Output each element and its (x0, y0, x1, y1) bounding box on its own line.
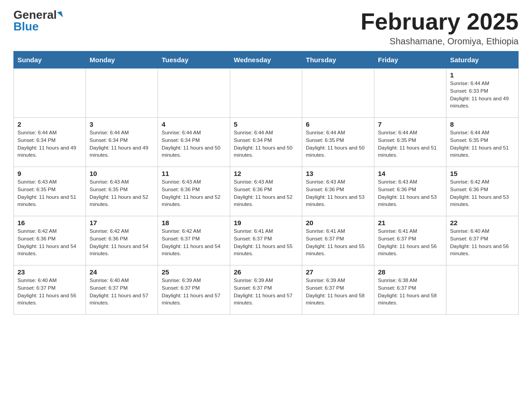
column-header-thursday: Thursday (302, 51, 374, 68)
day-info: Sunrise: 6:39 AMSunset: 6:37 PMDaylight:… (234, 277, 298, 307)
day-info: Sunrise: 6:43 AMSunset: 6:35 PMDaylight:… (17, 178, 82, 208)
calendar-cell: 8Sunrise: 6:44 AMSunset: 6:35 PMDaylight… (446, 118, 519, 167)
day-number: 1 (450, 71, 515, 79)
day-number: 10 (90, 170, 154, 177)
day-info: Sunrise: 6:42 AMSunset: 6:36 PMDaylight:… (17, 227, 82, 257)
calendar-cell: 2Sunrise: 6:44 AMSunset: 6:34 PMDaylight… (14, 118, 86, 167)
calendar-cell: 10Sunrise: 6:43 AMSunset: 6:35 PMDayligh… (86, 167, 158, 216)
day-number: 26 (234, 268, 298, 276)
day-info: Sunrise: 6:44 AMSunset: 6:33 PMDaylight:… (450, 80, 515, 110)
day-number: 19 (234, 219, 298, 227)
calendar-cell (446, 265, 519, 315)
day-number: 13 (306, 170, 370, 177)
calendar-week-row: 16Sunrise: 6:42 AMSunset: 6:36 PMDayligh… (14, 216, 519, 265)
day-number: 23 (17, 268, 82, 276)
day-number: 7 (378, 120, 442, 128)
calendar-week-row: 1Sunrise: 6:44 AMSunset: 6:33 PMDaylight… (14, 68, 519, 118)
calendar-cell: 5Sunrise: 6:44 AMSunset: 6:34 PMDaylight… (230, 118, 302, 167)
day-info: Sunrise: 6:44 AMSunset: 6:35 PMDaylight:… (378, 129, 442, 159)
day-number: 15 (450, 170, 515, 177)
day-info: Sunrise: 6:40 AMSunset: 6:37 PMDaylight:… (450, 227, 515, 257)
calendar-cell: 16Sunrise: 6:42 AMSunset: 6:36 PMDayligh… (14, 216, 86, 265)
location-subtitle: Shashamane, Oromiya, Ethiopia (360, 36, 519, 47)
calendar-cell: 6Sunrise: 6:44 AMSunset: 6:35 PMDaylight… (302, 118, 374, 167)
column-header-monday: Monday (86, 51, 158, 68)
calendar-cell: 25Sunrise: 6:39 AMSunset: 6:37 PMDayligh… (158, 265, 230, 315)
day-number: 9 (17, 170, 82, 177)
calendar-cell: 21Sunrise: 6:41 AMSunset: 6:37 PMDayligh… (374, 216, 446, 265)
day-info: Sunrise: 6:44 AMSunset: 6:35 PMDaylight:… (306, 129, 370, 159)
calendar-cell: 11Sunrise: 6:43 AMSunset: 6:36 PMDayligh… (158, 167, 230, 216)
calendar-cell: 28Sunrise: 6:38 AMSunset: 6:37 PMDayligh… (374, 265, 446, 315)
day-info: Sunrise: 6:44 AMSunset: 6:34 PMDaylight:… (90, 129, 154, 159)
day-info: Sunrise: 6:43 AMSunset: 6:36 PMDaylight:… (306, 178, 370, 208)
day-number: 11 (162, 170, 226, 177)
calendar-cell (86, 68, 158, 118)
calendar-week-row: 2Sunrise: 6:44 AMSunset: 6:34 PMDaylight… (14, 118, 519, 167)
column-header-saturday: Saturday (446, 51, 519, 68)
calendar-week-row: 9Sunrise: 6:43 AMSunset: 6:35 PMDaylight… (14, 167, 519, 216)
logo-blue-text: Blue (13, 21, 39, 32)
calendar-cell: 12Sunrise: 6:43 AMSunset: 6:36 PMDayligh… (230, 167, 302, 216)
month-title: February 2025 (360, 9, 519, 34)
day-number: 27 (306, 268, 370, 276)
day-info: Sunrise: 6:41 AMSunset: 6:37 PMDaylight:… (234, 227, 298, 257)
logo: General Blue (13, 9, 62, 32)
day-info: Sunrise: 6:42 AMSunset: 6:36 PMDaylight:… (90, 227, 154, 257)
day-info: Sunrise: 6:42 AMSunset: 6:36 PMDaylight:… (450, 178, 515, 208)
day-number: 25 (162, 268, 226, 276)
column-header-sunday: Sunday (14, 51, 86, 68)
calendar-week-row: 23Sunrise: 6:40 AMSunset: 6:37 PMDayligh… (14, 265, 519, 315)
calendar-cell (302, 68, 374, 118)
calendar-cell (14, 68, 86, 118)
day-info: Sunrise: 6:38 AMSunset: 6:37 PMDaylight:… (378, 277, 442, 307)
calendar-cell: 20Sunrise: 6:41 AMSunset: 6:37 PMDayligh… (302, 216, 374, 265)
day-info: Sunrise: 6:43 AMSunset: 6:35 PMDaylight:… (90, 178, 154, 208)
calendar-cell (374, 68, 446, 118)
calendar-cell: 4Sunrise: 6:44 AMSunset: 6:34 PMDaylight… (158, 118, 230, 167)
day-info: Sunrise: 6:44 AMSunset: 6:34 PMDaylight:… (162, 129, 226, 159)
day-info: Sunrise: 6:41 AMSunset: 6:37 PMDaylight:… (306, 227, 370, 257)
calendar-cell: 26Sunrise: 6:39 AMSunset: 6:37 PMDayligh… (230, 265, 302, 315)
calendar-cell (158, 68, 230, 118)
column-header-wednesday: Wednesday (230, 51, 302, 68)
day-info: Sunrise: 6:44 AMSunset: 6:35 PMDaylight:… (450, 129, 515, 159)
day-info: Sunrise: 6:44 AMSunset: 6:34 PMDaylight:… (234, 129, 298, 159)
day-info: Sunrise: 6:39 AMSunset: 6:37 PMDaylight:… (162, 277, 226, 307)
day-info: Sunrise: 6:40 AMSunset: 6:37 PMDaylight:… (90, 277, 154, 307)
day-number: 8 (450, 120, 515, 128)
calendar-table: SundayMondayTuesdayWednesdayThursdayFrid… (13, 51, 519, 315)
column-header-tuesday: Tuesday (158, 51, 230, 68)
day-number: 5 (234, 120, 298, 128)
column-header-friday: Friday (374, 51, 446, 68)
day-number: 16 (17, 219, 82, 227)
day-number: 21 (378, 219, 442, 227)
calendar-cell: 24Sunrise: 6:40 AMSunset: 6:37 PMDayligh… (86, 265, 158, 315)
calendar-cell: 14Sunrise: 6:43 AMSunset: 6:36 PMDayligh… (374, 167, 446, 216)
calendar-cell: 23Sunrise: 6:40 AMSunset: 6:37 PMDayligh… (14, 265, 86, 315)
calendar-cell: 1Sunrise: 6:44 AMSunset: 6:33 PMDaylight… (446, 68, 519, 118)
day-info: Sunrise: 6:41 AMSunset: 6:37 PMDaylight:… (378, 227, 442, 257)
day-number: 20 (306, 219, 370, 227)
day-number: 24 (90, 268, 154, 276)
title-block: February 2025 Shashamane, Oromiya, Ethio… (360, 9, 519, 47)
calendar-cell: 15Sunrise: 6:42 AMSunset: 6:36 PMDayligh… (446, 167, 519, 216)
day-number: 12 (234, 170, 298, 177)
calendar-cell: 18Sunrise: 6:42 AMSunset: 6:37 PMDayligh… (158, 216, 230, 265)
page-header: General Blue February 2025 Shashamane, O… (13, 9, 519, 47)
calendar-cell (230, 68, 302, 118)
calendar-cell: 22Sunrise: 6:40 AMSunset: 6:37 PMDayligh… (446, 216, 519, 265)
day-number: 18 (162, 219, 226, 227)
day-number: 4 (162, 120, 226, 128)
day-number: 3 (90, 120, 154, 128)
calendar-cell: 17Sunrise: 6:42 AMSunset: 6:36 PMDayligh… (86, 216, 158, 265)
day-number: 14 (378, 170, 442, 177)
logo-arrow-icon (57, 11, 63, 18)
day-info: Sunrise: 6:44 AMSunset: 6:34 PMDaylight:… (17, 129, 82, 159)
day-number: 28 (378, 268, 442, 276)
calendar-cell: 13Sunrise: 6:43 AMSunset: 6:36 PMDayligh… (302, 167, 374, 216)
calendar-cell: 3Sunrise: 6:44 AMSunset: 6:34 PMDaylight… (86, 118, 158, 167)
day-number: 2 (17, 120, 82, 128)
day-info: Sunrise: 6:43 AMSunset: 6:36 PMDaylight:… (234, 178, 298, 208)
day-info: Sunrise: 6:43 AMSunset: 6:36 PMDaylight:… (378, 178, 442, 208)
